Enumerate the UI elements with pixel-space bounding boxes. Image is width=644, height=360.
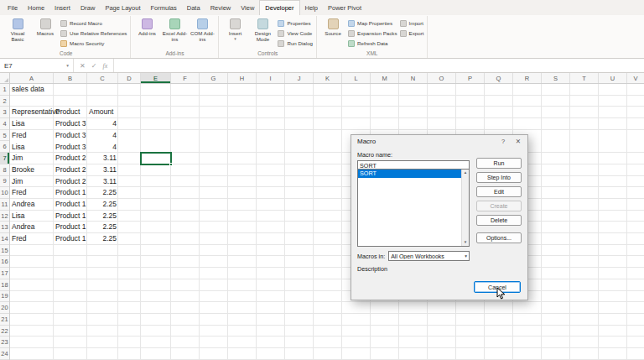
- cell-A9[interactable]: Jim: [10, 176, 54, 188]
- row-header-2[interactable]: 2: [0, 96, 9, 107]
- cell-A13[interactable]: Andrea: [10, 222, 54, 233]
- column-header-D[interactable]: D: [118, 73, 141, 83]
- cell-B7[interactable]: Product 2: [54, 153, 87, 164]
- cell-C6[interactable]: 4: [87, 142, 118, 154]
- dialog-titlebar[interactable]: Macro ? ✕: [351, 135, 527, 148]
- row-header-6[interactable]: 6: [0, 142, 9, 154]
- column-header-S[interactable]: S: [542, 73, 570, 83]
- column-header-G[interactable]: G: [200, 73, 228, 83]
- row-header-23[interactable]: 23: [0, 337, 9, 348]
- name-box-chevron-icon[interactable]: ▾: [66, 63, 69, 68]
- row-header-14[interactable]: 14: [0, 233, 9, 245]
- row-header-12[interactable]: 12: [0, 211, 9, 222]
- row-header-10[interactable]: 10: [0, 187, 9, 199]
- cell-A8[interactable]: Brooke: [10, 164, 54, 176]
- cell-C9[interactable]: 3.11: [87, 176, 118, 188]
- design-mode-button[interactable]: Design Mode: [250, 16, 275, 42]
- column-header-B[interactable]: B: [54, 73, 87, 83]
- column-header-E[interactable]: E: [141, 73, 171, 83]
- tab-data[interactable]: Data: [182, 0, 205, 15]
- row-header-22[interactable]: 22: [0, 326, 9, 337]
- row-header-3[interactable]: 3: [0, 107, 9, 118]
- cell-B5[interactable]: Product 3: [54, 130, 87, 142]
- options-button[interactable]: Options...: [476, 232, 522, 243]
- scroll-up-icon[interactable]: ▲: [464, 170, 467, 176]
- row-header-11[interactable]: 11: [0, 199, 9, 211]
- column-header-L[interactable]: L: [342, 73, 371, 83]
- macros-button[interactable]: Macros: [33, 16, 58, 36]
- tab-help[interactable]: Help: [300, 0, 323, 15]
- cell-C11[interactable]: 2.25: [87, 199, 118, 211]
- cell-A1[interactable]: sales data: [10, 84, 54, 96]
- import-button[interactable]: Import: [400, 19, 424, 27]
- cell-B13[interactable]: Product 1: [54, 222, 87, 233]
- cell-A6[interactable]: Lisa: [10, 142, 54, 154]
- cell-C8[interactable]: 3.11: [87, 164, 118, 176]
- cell-A4[interactable]: Lisa: [10, 118, 54, 130]
- macro-security-button[interactable]: Macro Security: [60, 39, 127, 47]
- insert-function-icon[interactable]: fx: [102, 62, 107, 70]
- cell-B4[interactable]: Product 3: [54, 118, 87, 130]
- row-header-18[interactable]: 18: [0, 279, 9, 291]
- row-header-21[interactable]: 21: [0, 314, 9, 326]
- cell-A11[interactable]: Andrea: [10, 199, 54, 211]
- cell-C3[interactable]: Amount: [87, 107, 118, 118]
- tab-insert[interactable]: Insert: [49, 0, 75, 15]
- delete-button[interactable]: Delete: [476, 215, 522, 226]
- macro-list[interactable]: SORT ▲ ▼: [357, 170, 470, 247]
- macro-list-item[interactable]: SORT: [358, 170, 461, 178]
- row-header-5[interactable]: 5: [0, 130, 9, 142]
- column-header-Q[interactable]: Q: [485, 73, 513, 83]
- record-macro-button[interactable]: Record Macro: [60, 19, 127, 27]
- run-dialog-button[interactable]: Run Dialog: [278, 39, 313, 47]
- column-header-V[interactable]: V: [627, 73, 644, 83]
- selected-cell-E7[interactable]: [140, 152, 172, 165]
- tab-power-pivot[interactable]: Power Pivot: [323, 0, 366, 15]
- source-button[interactable]: Source: [320, 16, 345, 36]
- column-header-K[interactable]: K: [314, 73, 342, 83]
- step-into-button[interactable]: Step Into: [476, 172, 522, 183]
- cell-C13[interactable]: 2.25: [87, 222, 118, 233]
- cell-B12[interactable]: Product 1: [54, 211, 87, 222]
- select-all-button[interactable]: [0, 73, 10, 84]
- list-scrollbar[interactable]: ▲ ▼: [461, 170, 469, 246]
- addins-button[interactable]: Add-ins: [134, 16, 159, 36]
- export-button[interactable]: Export: [400, 29, 424, 37]
- cell-A7[interactable]: Jim: [10, 153, 54, 164]
- row-header-16[interactable]: 16: [0, 257, 9, 269]
- row-header-4[interactable]: 4: [0, 118, 9, 130]
- formula-input[interactable]: [114, 59, 644, 72]
- row-header-13[interactable]: 13: [0, 222, 9, 233]
- cell-A3[interactable]: Representative: [10, 107, 54, 118]
- tab-formulas[interactable]: Formulas: [146, 0, 182, 15]
- column-header-I[interactable]: I: [257, 73, 285, 83]
- column-header-M[interactable]: M: [371, 73, 399, 83]
- fill-handle[interactable]: [169, 163, 173, 166]
- cell-C12[interactable]: 2.25: [87, 211, 118, 222]
- insert-control-button[interactable]: Insert ▾: [222, 16, 247, 41]
- column-header-O[interactable]: O: [428, 73, 456, 83]
- row-header-8[interactable]: 8: [0, 164, 9, 176]
- cell-B14[interactable]: Product 1: [54, 233, 87, 245]
- cell-grid[interactable]: sales dataRepresentativeProductAmountLis…: [10, 84, 644, 360]
- row-header-24[interactable]: 24: [0, 348, 9, 360]
- cell-B10[interactable]: Product 1: [54, 187, 87, 199]
- column-header-C[interactable]: C: [87, 73, 118, 83]
- column-header-T[interactable]: T: [570, 73, 599, 83]
- tab-home[interactable]: Home: [23, 0, 49, 15]
- column-header-F[interactable]: F: [171, 73, 200, 83]
- macro-name-input[interactable]: SORT: [357, 160, 470, 170]
- cell-B9[interactable]: Product 2: [54, 176, 87, 188]
- com-addins-button[interactable]: COM Add-ins: [190, 16, 215, 42]
- cell-C14[interactable]: 2.25: [87, 233, 118, 245]
- cell-A14[interactable]: Fred: [10, 233, 54, 245]
- cell-B3[interactable]: Product: [54, 107, 87, 118]
- cell-A10[interactable]: Fred: [10, 187, 54, 199]
- column-header-U[interactable]: U: [599, 73, 627, 83]
- cancel-entry-icon[interactable]: ✕: [80, 62, 86, 70]
- row-header-20[interactable]: 20: [0, 302, 9, 314]
- row-header-1[interactable]: 1: [0, 84, 9, 96]
- cell-A12[interactable]: Lisa: [10, 211, 54, 222]
- refresh-data-button[interactable]: Refresh Data: [348, 39, 397, 47]
- row-header-19[interactable]: 19: [0, 291, 9, 303]
